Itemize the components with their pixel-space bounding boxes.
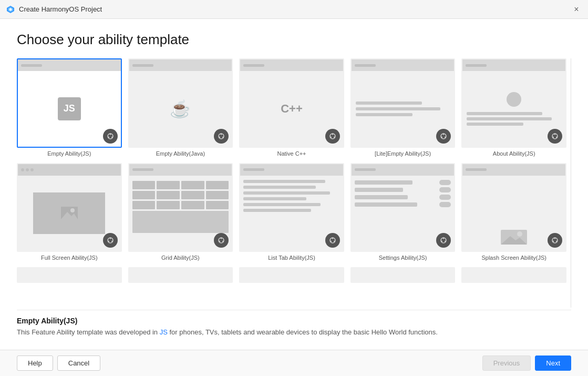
template-item-splash-screen-js[interactable]: Splash Screen Ability(JS) xyxy=(461,163,566,261)
card-header xyxy=(129,164,232,176)
card-body-java: ☕ xyxy=(129,71,232,147)
setting-row xyxy=(355,202,451,207)
card-body-full-screen xyxy=(18,176,121,251)
card-body-cpp: C++ xyxy=(240,71,343,147)
mock-line xyxy=(355,195,408,199)
svg-point-56 xyxy=(554,238,556,239)
partial-card xyxy=(461,267,566,283)
template-item-lite-empty-js[interactable]: [Lite]Empty Ability(JS) xyxy=(350,58,456,157)
card-header xyxy=(240,59,343,71)
template-item-empty-ability-java[interactable]: ☕ Empty Ability(Java) xyxy=(128,58,233,157)
mock-line xyxy=(467,112,542,115)
template-item-grid-ability-js[interactable]: Grid Ability(JS) xyxy=(128,163,233,261)
template-label-about-ability-js: About Ability(JS) xyxy=(493,150,535,157)
mock-line xyxy=(243,197,306,200)
card-header xyxy=(240,164,343,176)
grid-cell xyxy=(181,201,204,209)
svg-point-25 xyxy=(554,133,556,135)
mock-line xyxy=(355,188,403,192)
mock-line xyxy=(243,203,321,206)
footer: Help Cancel Previous Next xyxy=(0,350,588,376)
template-item-full-screen-js[interactable]: Full Screen Ability(JS) xyxy=(17,163,122,261)
svg-point-12 xyxy=(222,136,224,138)
svg-point-45 xyxy=(334,241,335,242)
template-label-list-tab-js: List Tab Ability(JS) xyxy=(268,255,315,261)
close-button[interactable]: × xyxy=(571,4,582,15)
svg-point-26 xyxy=(552,136,554,138)
svg-point-10 xyxy=(221,133,222,135)
svg-point-16 xyxy=(330,136,332,138)
header-bar xyxy=(355,64,376,67)
mock-line xyxy=(467,123,523,126)
svg-point-52 xyxy=(517,231,522,237)
setting-row xyxy=(355,195,451,200)
svg-point-5 xyxy=(109,133,111,135)
previous-button[interactable]: Previous xyxy=(482,355,531,371)
template-item-settings-js[interactable]: Settings Ability(JS) xyxy=(350,163,456,261)
templates-scroll[interactable]: JS Empty Ability(JS) xyxy=(17,58,571,308)
harmony-badge xyxy=(214,129,229,144)
harmonyos-logo-icon xyxy=(6,5,15,14)
harmony-badge xyxy=(214,233,229,248)
grid-cell xyxy=(206,201,229,209)
template-item-about-ability-js[interactable]: About Ability(JS) xyxy=(461,58,566,157)
svg-point-44 xyxy=(330,241,332,242)
svg-point-29 xyxy=(70,208,75,212)
header-bar xyxy=(132,168,153,171)
card-header xyxy=(352,59,455,71)
harmony-badge xyxy=(548,129,562,144)
mock-line xyxy=(356,101,422,105)
card-body-splash xyxy=(462,176,565,251)
mock-line xyxy=(243,209,311,212)
card-body-grid xyxy=(129,176,232,251)
card-body-about xyxy=(462,71,565,147)
svg-point-7 xyxy=(111,136,113,138)
template-item-native-cpp[interactable]: C++ Native C++ xyxy=(239,58,344,157)
title-bar-text: Create HarmonyOS Project xyxy=(19,5,102,13)
template-card-grid-ability-js[interactable] xyxy=(128,163,233,252)
description-title: Empty Ability(JS) xyxy=(17,317,571,325)
template-card-native-cpp[interactable]: C++ xyxy=(239,58,344,148)
mock-toggle xyxy=(439,180,451,185)
card-header xyxy=(18,59,121,71)
mock-line xyxy=(243,186,316,189)
svg-point-34 xyxy=(108,241,109,242)
template-card-empty-ability-js[interactable]: JS xyxy=(17,58,122,148)
template-item-empty-ability-js[interactable]: JS Empty Ability(JS) xyxy=(17,58,122,157)
svg-point-58 xyxy=(556,241,558,242)
grid-cell xyxy=(206,191,229,199)
dot xyxy=(30,168,34,171)
header-bar xyxy=(466,64,487,67)
template-label-full-screen-js: Full Screen Ability(JS) xyxy=(41,255,98,261)
template-card-splash-screen-js[interactable] xyxy=(461,163,566,252)
cancel-button[interactable]: Cancel xyxy=(57,355,100,371)
partial-card xyxy=(350,267,456,283)
cpp-icon: C++ xyxy=(281,102,303,116)
mock-line xyxy=(355,180,412,185)
template-label-native-cpp: Native C++ xyxy=(277,150,306,157)
mock-circle xyxy=(507,92,521,107)
svg-point-22 xyxy=(445,136,446,138)
template-card-lite-empty-js[interactable] xyxy=(350,58,456,148)
template-item-list-tab-js[interactable]: List Tab Ability(JS) xyxy=(239,163,344,261)
grid-cell xyxy=(157,191,180,199)
help-button[interactable]: Help xyxy=(17,355,53,371)
js-icon: JS xyxy=(58,97,81,120)
header-bar xyxy=(243,168,264,171)
svg-point-20 xyxy=(443,133,445,135)
mock-line xyxy=(355,202,417,207)
template-card-about-ability-js[interactable] xyxy=(461,58,566,148)
title-bar: Create HarmonyOS Project × xyxy=(0,0,588,19)
mock-line xyxy=(243,191,330,195)
harmony-badge xyxy=(548,233,562,248)
template-card-empty-ability-java[interactable]: ☕ xyxy=(128,58,233,148)
template-card-list-tab-js[interactable] xyxy=(239,163,344,252)
svg-point-2 xyxy=(9,8,12,11)
header-bar xyxy=(243,64,264,67)
template-card-settings-js[interactable] xyxy=(350,163,456,252)
card-header xyxy=(18,164,121,176)
next-button[interactable]: Next xyxy=(535,355,571,371)
template-card-full-screen-js[interactable] xyxy=(17,163,122,252)
description-text-part1: This Feature Ability template was develo… xyxy=(17,328,160,336)
description-area: Empty Ability(JS) This Feature Ability t… xyxy=(17,310,571,342)
